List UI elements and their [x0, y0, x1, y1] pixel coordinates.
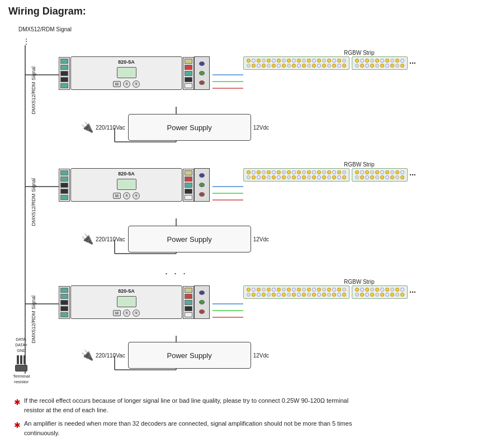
pin-3-4 [60, 306, 68, 311]
pin-2-2 [60, 177, 68, 182]
led40 [342, 64, 346, 68]
n8 [390, 288, 394, 292]
pin-3-r3 [185, 300, 192, 305]
l25 [267, 175, 271, 179]
led53 [365, 64, 369, 68]
m27 [277, 293, 281, 297]
note-item-2: ✱ An amplifier is needed when more than … [14, 419, 361, 437]
left-terminal-row2 [59, 169, 70, 202]
pin-r1 [185, 59, 192, 64]
led14 [312, 59, 316, 63]
la10 [400, 170, 404, 174]
la6 [380, 170, 384, 174]
l29 [287, 175, 291, 179]
led57 [385, 64, 389, 68]
out-pin-g2 [199, 183, 205, 187]
dmx-side-label-row1: DMX512/RDM Signal [31, 66, 36, 115]
btn-up-row3[interactable]: ∧ [123, 309, 130, 317]
btn-up-row2[interactable]: ∧ [123, 192, 130, 199]
m36 [322, 293, 326, 297]
led6 [272, 59, 276, 63]
led-strip-row2: ··· [243, 168, 416, 182]
led22 [252, 64, 256, 68]
dc-label-row1: 12Vdc [253, 125, 269, 131]
ctrl-model-row1: 820-5A [118, 59, 135, 65]
m20 [342, 288, 346, 292]
l26 [272, 175, 276, 179]
l12 [302, 170, 306, 174]
led35 [317, 64, 321, 68]
btn-m-row1[interactable]: M [113, 81, 121, 87]
l39 [337, 175, 341, 179]
btn-dn-row3[interactable]: ∨ [133, 309, 140, 317]
out-pin-b2 [199, 173, 205, 178]
pin-2-5 [60, 195, 68, 200]
led50 [400, 59, 404, 63]
led2 [252, 59, 256, 63]
m19 [337, 288, 341, 292]
led-row-1a [247, 59, 346, 63]
controller-body-row2: 820-5A M ∧ ∨ [70, 168, 182, 202]
btn-dn-row1[interactable]: ∨ [133, 80, 140, 88]
la17 [385, 175, 389, 179]
led-row-2b [247, 175, 346, 179]
led9 [287, 59, 291, 63]
m22 [252, 293, 256, 297]
ctrl-btns-row3: M ∧ ∨ [113, 309, 140, 317]
n20 [400, 293, 404, 297]
l2 [252, 170, 256, 174]
l20 [342, 170, 346, 174]
led5 [267, 59, 271, 63]
pin-3-1 [60, 288, 68, 293]
btn-m-row2[interactable]: M [113, 193, 121, 199]
n11 [355, 293, 359, 297]
l13 [307, 170, 311, 174]
out-pin-b3 [199, 290, 205, 295]
l32 [302, 175, 306, 179]
la14 [370, 175, 374, 179]
la19 [395, 175, 399, 179]
resistor-pin-3 [23, 355, 26, 364]
led48 [390, 59, 394, 63]
led7 [277, 59, 281, 63]
controller-row2: 820-5A M ∧ ∨ [59, 168, 210, 202]
m21 [247, 293, 251, 297]
led34 [312, 64, 316, 68]
btn-m-row3[interactable]: M [113, 310, 121, 316]
led52 [360, 64, 364, 68]
led-row-1c [355, 59, 404, 63]
out-pin-g3 [199, 300, 205, 304]
led12 [302, 59, 306, 63]
btn-dn-row2[interactable]: ∨ [133, 192, 140, 199]
n1 [355, 288, 359, 292]
m23 [257, 293, 261, 297]
la16 [380, 175, 384, 179]
ctrl-center-row2: 820-5A M ∧ ∨ [73, 171, 180, 199]
led59 [395, 64, 399, 68]
l22 [252, 175, 256, 179]
l19 [337, 170, 341, 174]
led47 [385, 59, 389, 63]
pin-3-r2 [185, 294, 192, 299]
pin-r3 [185, 71, 192, 76]
dc-label-row3: 12Vdc [253, 352, 269, 359]
m12 [302, 288, 306, 292]
led15 [317, 59, 321, 63]
led31 [297, 64, 301, 68]
ellipsis-row1: ··· [409, 59, 416, 68]
la5 [375, 170, 379, 174]
psu-row1: 🔌 220/110Vac Power Supply 12Vdc [81, 114, 269, 141]
l18 [332, 170, 336, 174]
l16 [322, 170, 326, 174]
m25 [267, 293, 271, 297]
m38 [332, 293, 336, 297]
ac-label-row3: 220/110Vac [96, 352, 125, 359]
btn-up-row1[interactable]: ∧ [123, 80, 130, 88]
led21 [247, 64, 251, 68]
n15 [375, 293, 379, 297]
dmx-side-label-row3: DMX512/RDM Signal [31, 296, 36, 344]
pin-2-r3 [185, 183, 192, 188]
l9 [287, 170, 291, 174]
m11 [297, 288, 301, 292]
pin-4 [60, 77, 68, 82]
